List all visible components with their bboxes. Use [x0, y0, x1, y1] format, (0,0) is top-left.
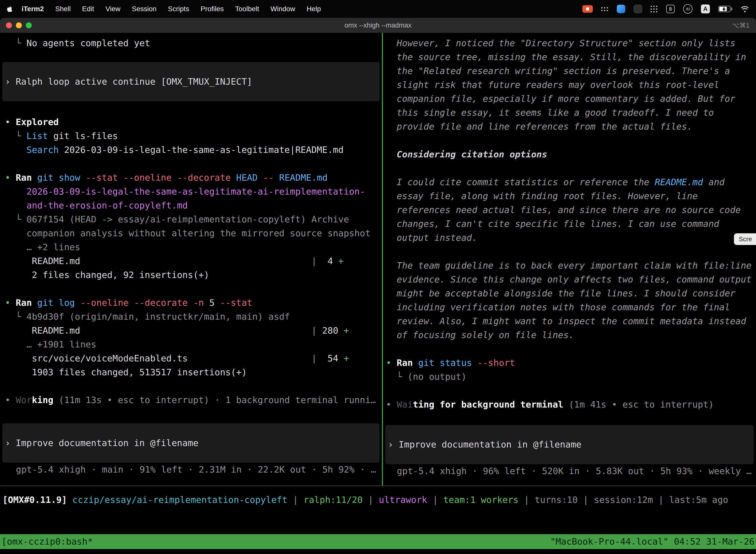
dark-app-icon[interactable] [634, 5, 642, 13]
blank-line [386, 384, 756, 398]
commit-line: └ 067f154 (HEAD -> essay/ai-reimplementa… [5, 213, 382, 226]
diffstat-line: README.md | 280 + [5, 324, 382, 338]
think-line: the source tree, missing the essay. Stil… [386, 50, 756, 64]
blank-line [386, 245, 756, 259]
think-line: provide file and line references from th… [386, 120, 756, 133]
menu-item-edit[interactable]: Edit [76, 5, 100, 13]
diffstat-summary-line: 1903 files changed, 513517 insertions(+) [5, 365, 382, 379]
model-status-right: gpt-5.4 xhigh · 96% left · 520K in · 5.8… [383, 464, 756, 478]
menu-status-icons: 8 .61 A [582, 4, 749, 14]
wifi-icon[interactable] [741, 6, 749, 12]
no-output-line: └ (no output) [386, 370, 756, 384]
window-title-bar: omx --xhigh --madmax ⌥⌘1 [0, 18, 756, 33]
ralph-loop-banner: › Ralph loop active continue [OMX_TMUX_I… [2, 62, 379, 101]
battery-icon[interactable] [718, 6, 732, 12]
tmux-session-label: [omx-cczip0:bash* [1, 534, 93, 549]
terminal-area: └ No agents completed yet › Ralph loop a… [0, 33, 756, 486]
screen-edge-notification[interactable]: Scre [734, 233, 756, 245]
menu-item-window[interactable]: Window [265, 5, 301, 13]
menu-item-profiles[interactable]: Profiles [195, 5, 230, 13]
think-line: The team guideline is to back every impo… [386, 259, 756, 273]
agents-status-line: └ No agents completed yet [5, 36, 382, 50]
changed-file-line: 2026-03-09-is-legal-the-same-as-legitima… [5, 185, 382, 199]
menu-item-view[interactable]: View [100, 5, 126, 13]
charging-bolt-icon [722, 6, 726, 12]
menu-item-scripts[interactable]: Scripts [162, 5, 195, 13]
explored-header: • Explored [5, 115, 382, 129]
menu-item-iterm2[interactable]: iTerm2 [16, 5, 50, 13]
prompt-input-right[interactable]: › Improve documentation in @filename [385, 425, 754, 464]
diffstat-line: README.md | 4 + [5, 254, 382, 268]
diff-elided-line: … +1901 lines [5, 338, 382, 351]
right-terminal-pane: However, I noticed the "Directory Struct… [383, 33, 756, 486]
blank-line [386, 133, 756, 148]
think-heading: Considering citation options [386, 148, 756, 161]
tmux-status-bar: [omx-cczip0:bash* "MacBook-Pro-44.local"… [0, 534, 756, 549]
screen-recording-indicator[interactable] [582, 5, 593, 13]
think-line: might be acceptable alongside the file l… [386, 286, 756, 300]
battery-percent-icon[interactable]: .61 [683, 4, 693, 14]
think-line: However, I noticed the "Directory Struct… [386, 36, 756, 50]
blank-line [5, 282, 382, 296]
window-title: omx --xhigh --madmax [344, 21, 412, 29]
changed-file-line: and-the-erosion-of-copyleft.md [5, 199, 382, 213]
think-line: slight risk that future readers may over… [386, 78, 756, 92]
prompt-input-left-text: › Improve documentation in @filename [2, 436, 379, 450]
think-line: references need actual files, and since … [386, 203, 756, 217]
diffstat-line: src/voice/voiceModeEnabled.ts | 54 + [5, 351, 382, 365]
think-line: essay file, along with finding root file… [386, 189, 756, 203]
close-button[interactable] [6, 22, 12, 28]
blank-line [5, 157, 382, 171]
think-line: changes, I can't cite specific file line… [386, 217, 756, 231]
think-line: review. Also, I might want to inspect th… [386, 314, 756, 328]
blank-line [5, 379, 382, 393]
menu-item-shell[interactable]: Shell [50, 5, 76, 13]
list-files-line: └ List git ls-files [5, 129, 382, 143]
input-source-icon[interactable]: A [701, 4, 710, 13]
blue-app-icon[interactable] [617, 5, 625, 13]
diff-elided-line: … +2 lines [5, 240, 382, 254]
traffic-lights [6, 22, 32, 28]
think-line: this single essay, it seems like a good … [386, 106, 756, 120]
commit-line: companion analysis without altering the … [5, 226, 382, 240]
waiting-status-line: • Waiting for background terminal (1m 41… [386, 398, 756, 411]
zoom-button[interactable] [26, 22, 32, 28]
ran-git-show-line: • Ran git show --stat --oneline --decora… [5, 171, 382, 185]
ralph-loop-text: › Ralph loop active continue [OMX_TMUX_I… [2, 75, 379, 89]
keyboard-icon[interactable] [601, 7, 609, 11]
commit-line: └ 4b9d30f (origin/main, instructkr/main,… [5, 310, 382, 324]
menu-item-session[interactable]: Session [126, 5, 162, 13]
think-line: I could cite commit statistics or refere… [386, 175, 756, 189]
think-line: output instead. [386, 231, 756, 245]
apple-menu-icon[interactable] [7, 5, 12, 12]
prompt-input-left[interactable]: › Improve documentation in @filename [2, 424, 379, 463]
blank-line [386, 342, 756, 356]
think-line: including verification notes with those … [386, 300, 756, 314]
menu-item-toolbelt[interactable]: Toolbelt [230, 5, 265, 13]
right-lines-main: However, I noticed the "Directory Struct… [383, 36, 756, 411]
horizontal-separator [0, 486, 756, 486]
ran-git-status-line: • Ran git status --short [386, 356, 756, 370]
window-shortcut-badge: ⌥⌘1 [732, 21, 750, 29]
grid-dots-icon[interactable] [650, 6, 658, 12]
left-lines-main: • Explored └ List git ls-files Search 20… [0, 115, 382, 407]
diffstat-summary-line: 2 files changed, 92 insertions(+) [5, 268, 382, 282]
prompt-input-right-text: › Improve documentation in @filename [385, 438, 754, 451]
tmux-host-clock-label: "MacBook-Pro-44.local" 04:52 31-Mar-26 [550, 534, 755, 549]
think-line: companion file, especially if more comme… [386, 92, 756, 106]
working-status-line: • Working (11m 13s • esc to interrupt) ·… [5, 393, 382, 407]
think-line: the "Related research writing" section i… [386, 64, 756, 78]
think-line: of focusing solely on file lines. [386, 328, 756, 342]
model-status-left: gpt-5.4 xhigh · main · 91% left · 2.31M … [0, 463, 382, 477]
omx-session-statusbar: [OMX#0.11.9] cczip/essay/ai-reimplementa… [0, 493, 756, 507]
record-dot-icon [586, 7, 589, 10]
search-line: Search 2026-03-09-is-legal-the-same-as-l… [5, 143, 382, 157]
key-8-icon[interactable]: 8 [666, 5, 675, 13]
menu-item-help[interactable]: Help [301, 5, 327, 13]
ran-git-log-line: • Ran git log --oneline --decorate -n 5 … [5, 296, 382, 310]
minimize-button[interactable] [16, 22, 22, 28]
think-line: evidence. Since this change only affects… [386, 273, 756, 286]
left-lines-top: └ No agents completed yet [0, 36, 382, 50]
macos-menu-bar: iTerm2 Shell Edit View Session Scripts P… [0, 0, 756, 18]
blank-line [386, 161, 756, 175]
